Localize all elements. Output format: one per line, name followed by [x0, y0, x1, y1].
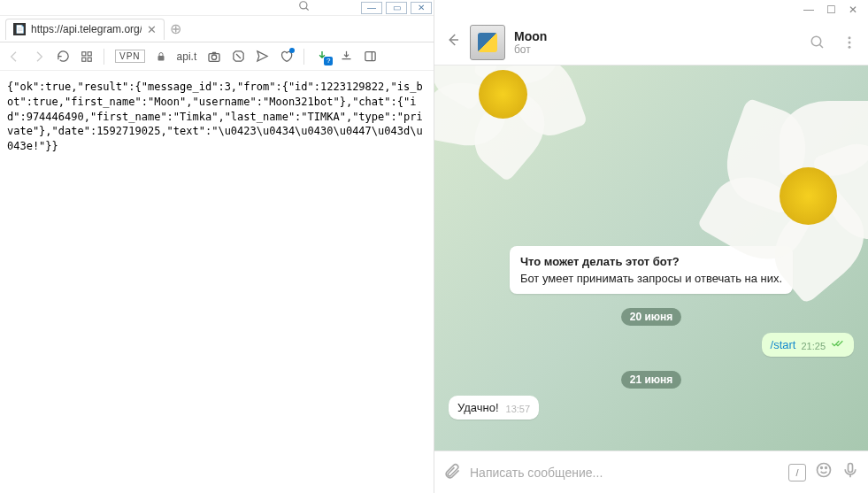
telegram-window-controls: — ☐ ✕	[434, 0, 868, 19]
search-icon[interactable]	[298, 0, 311, 15]
search-icon[interactable]	[810, 35, 826, 50]
tab-title: https://api.telegram.org/bo	[31, 23, 142, 35]
send-icon[interactable]	[256, 50, 269, 63]
browser-tab[interactable]: 📄 https://api.telegram.org/bo ✕	[5, 19, 165, 40]
forward-button[interactable]	[32, 50, 46, 64]
emoji-icon[interactable]	[815, 461, 833, 483]
minimize-button[interactable]: —	[803, 4, 814, 16]
svg-line-16	[819, 44, 823, 48]
microphone-icon[interactable]	[841, 461, 859, 483]
svg-rect-3	[88, 51, 91, 55]
svg-point-0	[300, 2, 307, 9]
download-tray-icon[interactable]	[340, 50, 353, 63]
svg-rect-12	[365, 52, 375, 61]
message-input[interactable]: Написать сообщение...	[470, 466, 780, 480]
downloads-icon[interactable]: ?	[315, 50, 329, 64]
browser-window: — ▭ ✕ 📄 https://api.telegram.org/bo ✕ ⊕ …	[0, 0, 434, 493]
back-button[interactable]	[7, 50, 21, 64]
telegram-window: — ☐ ✕ Moon бот	[434, 0, 868, 493]
message-text: Удачно!	[457, 401, 499, 414]
file-icon: 📄	[13, 23, 26, 35]
svg-point-15	[811, 36, 821, 46]
message-time: 13:57	[506, 404, 531, 414]
svg-rect-4	[82, 58, 86, 61]
svg-point-20	[818, 464, 831, 477]
svg-point-21	[821, 467, 823, 469]
background-flower	[434, 65, 603, 198]
chat-info[interactable]: Moon бот	[514, 29, 794, 56]
svg-marker-11	[257, 51, 267, 61]
vpn-button[interactable]: VPN	[115, 50, 145, 63]
commands-icon[interactable]: /	[788, 464, 806, 481]
svg-rect-6	[157, 56, 164, 61]
svg-line-10	[236, 54, 241, 58]
chat-header: Moon бот	[434, 19, 868, 65]
message-incoming[interactable]: Удачно! 13:57	[449, 396, 539, 420]
browser-tab-row: 📄 https://api.telegram.org/bo ✕ ⊕	[0, 16, 434, 42]
maximize-button[interactable]: ▭	[386, 2, 407, 14]
svg-point-22	[826, 467, 827, 469]
svg-rect-2	[82, 51, 86, 55]
browser-toolbar: VPN api.t ?	[0, 42, 434, 71]
sidebar-icon[interactable]	[364, 50, 377, 63]
date-separator: 20 июня	[621, 308, 682, 326]
bot-card-title: Что может делать этот бот?	[520, 255, 782, 268]
camera-icon[interactable]	[207, 50, 221, 64]
minimize-button[interactable]: —	[361, 2, 382, 14]
svg-point-18	[849, 41, 851, 43]
lock-icon[interactable]	[156, 51, 166, 62]
bot-info-card: Что может делать этот бот? Бот умеет при…	[510, 246, 793, 294]
chat-avatar[interactable]	[470, 25, 505, 60]
close-button[interactable]: ✕	[411, 2, 432, 14]
svg-point-19	[849, 45, 851, 48]
new-tab-button[interactable]: ⊕	[170, 20, 181, 37]
svg-point-8	[212, 55, 217, 59]
chat-input-bar: Написать сообщение... /	[434, 451, 868, 493]
divider	[104, 49, 104, 65]
json-response-body[interactable]: {"ok":true,"result":{"message_id":3,"fro…	[0, 71, 434, 493]
address-text[interactable]: api.t	[177, 50, 197, 63]
chat-subtitle: бот	[514, 43, 794, 56]
block-icon[interactable]	[232, 50, 245, 63]
divider	[303, 49, 304, 65]
browser-window-controls: — ▭ ✕	[0, 0, 434, 16]
message-text: /start	[771, 338, 796, 351]
reload-button[interactable]	[57, 50, 70, 63]
date-separator: 21 июня	[621, 371, 682, 389]
more-icon[interactable]	[841, 35, 857, 50]
speed-dial-icon[interactable]	[81, 50, 93, 63]
message-time: 21:25	[801, 341, 826, 351]
heart-icon[interactable]	[280, 50, 293, 63]
message-outgoing[interactable]: /start 21:25	[762, 333, 854, 357]
back-button[interactable]	[445, 32, 461, 52]
close-icon[interactable]: ✕	[147, 23, 157, 36]
read-ticks-icon	[831, 338, 845, 351]
svg-rect-23	[849, 464, 853, 473]
svg-line-1	[306, 8, 309, 11]
close-button[interactable]: ✕	[849, 4, 857, 16]
chat-name: Moon	[514, 29, 794, 43]
maximize-button[interactable]: ☐	[826, 4, 836, 16]
bot-card-body: Бот умеет принимать запросы и отвечать н…	[520, 272, 782, 285]
svg-rect-5	[88, 58, 91, 61]
chat-body[interactable]: Что может делать этот бот? Бот умеет при…	[434, 65, 868, 451]
svg-point-17	[849, 36, 851, 39]
attach-icon[interactable]	[443, 461, 461, 483]
